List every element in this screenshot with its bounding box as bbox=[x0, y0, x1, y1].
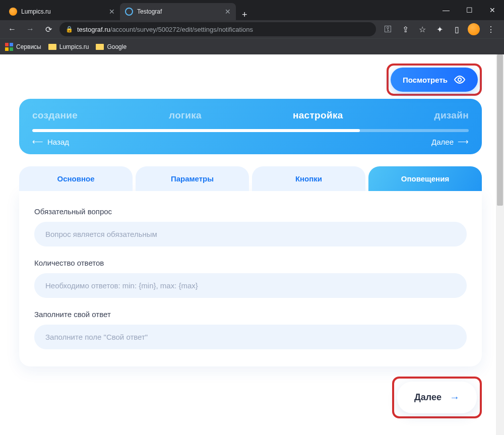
tab-title: Lumpics.ru bbox=[21, 8, 106, 15]
step-settings[interactable]: настройка bbox=[293, 110, 343, 121]
back-link[interactable]: ⟵ Назад bbox=[32, 137, 69, 146]
browser-tab-1[interactable]: Testograf ✕ bbox=[120, 3, 236, 20]
tab-buttons[interactable]: Кнопки bbox=[252, 166, 365, 191]
highlight-annotation: Посмотреть bbox=[387, 64, 482, 96]
arrow-right-icon: ⟶ bbox=[458, 137, 469, 146]
field-own-answer: Заполните свой ответ Заполните поле "Сво… bbox=[34, 310, 467, 349]
forward-button[interactable]: → bbox=[23, 22, 37, 36]
profile-button[interactable] bbox=[466, 22, 482, 36]
titlebar: Lumpics.ru ✕ Testograf ✕ + — ☐ ✕ bbox=[0, 0, 504, 20]
tab-notifications[interactable]: Оповещения bbox=[368, 166, 482, 191]
maximize-button[interactable]: ☐ bbox=[458, 0, 481, 20]
field-answers-count: Количество ответов Необходимо ответов: m… bbox=[34, 259, 467, 298]
settings-panel: Обязательный вопрос Вопрос является обяз… bbox=[19, 191, 482, 366]
close-icon[interactable]: ✕ bbox=[225, 8, 231, 16]
bookmark-services[interactable]: Сервисы bbox=[5, 43, 41, 51]
step-logic[interactable]: логика bbox=[169, 110, 202, 121]
folder-icon bbox=[96, 44, 104, 50]
next-link[interactable]: Далее ⟶ bbox=[431, 137, 469, 146]
step-creation[interactable]: создание bbox=[32, 110, 78, 121]
url-path: /account/survey/500272/edit/settings/not… bbox=[110, 26, 253, 33]
star-icon[interactable]: ☆ bbox=[414, 22, 430, 36]
field-input-own[interactable]: Заполните поле "Свой ответ" bbox=[34, 325, 467, 349]
menu-icon[interactable]: ⋮ bbox=[483, 22, 499, 36]
field-required: Обязательный вопрос Вопрос является обяз… bbox=[34, 207, 467, 246]
field-label: Заполните свой ответ bbox=[34, 310, 467, 319]
preview-button[interactable]: Посмотреть bbox=[391, 68, 478, 92]
next-button[interactable]: Далее → bbox=[397, 382, 477, 413]
url-field[interactable]: 🔒 testograf.ru/account/survey/500272/edi… bbox=[59, 22, 376, 36]
preview-button-label: Посмотреть bbox=[403, 76, 448, 84]
step-design[interactable]: дизайн bbox=[434, 110, 469, 121]
lock-icon: 🔒 bbox=[66, 26, 73, 33]
field-input-answers[interactable]: Необходимо ответов: min: {min}, max: {ma… bbox=[34, 273, 467, 298]
tab-main[interactable]: Основное bbox=[19, 166, 133, 191]
tab-params[interactable]: Параметры bbox=[136, 166, 249, 191]
minimize-button[interactable]: — bbox=[434, 0, 458, 20]
page-content: Посмотреть создание логика настройка диз… bbox=[0, 54, 496, 435]
field-label: Количество ответов bbox=[34, 259, 467, 267]
svg-point-0 bbox=[458, 78, 461, 81]
steps-card: создание логика настройка дизайн ⟵ Назад… bbox=[19, 99, 482, 154]
grid-icon bbox=[5, 43, 13, 51]
field-label: Обязательный вопрос bbox=[34, 207, 467, 216]
arrow-right-icon: → bbox=[450, 392, 460, 403]
avatar bbox=[468, 23, 480, 35]
reading-list-icon[interactable]: ▯ bbox=[449, 22, 465, 36]
bookmark-lumpics[interactable]: Lumpics.ru bbox=[48, 43, 89, 50]
address-bar: ← → ⟳ 🔒 testograf.ru/account/survey/5002… bbox=[0, 20, 504, 38]
eye-icon bbox=[454, 74, 466, 85]
folder-icon bbox=[48, 44, 56, 50]
favicon-lumpics bbox=[9, 8, 17, 16]
progress-bar bbox=[32, 129, 469, 132]
extensions-icon[interactable]: ✦ bbox=[431, 22, 448, 36]
close-icon[interactable]: ✕ bbox=[109, 8, 115, 16]
progress-fill bbox=[32, 129, 360, 132]
field-input-required[interactable]: Вопрос является обязательным bbox=[34, 222, 467, 246]
bookmark-google[interactable]: Google bbox=[96, 43, 127, 50]
next-button-label: Далее bbox=[414, 392, 442, 403]
settings-tabs: Основное Параметры Кнопки Оповещения bbox=[19, 166, 482, 191]
highlight-annotation: Далее → bbox=[392, 377, 482, 418]
arrow-left-icon: ⟵ bbox=[32, 137, 43, 146]
url-domain: testograf.ru bbox=[77, 26, 110, 33]
favicon-testograf bbox=[125, 8, 133, 16]
new-tab-button[interactable]: + bbox=[236, 10, 254, 20]
tab-title: Testograf bbox=[137, 8, 222, 15]
key-icon[interactable]: ⚿ bbox=[380, 22, 396, 36]
viewport: Посмотреть создание логика настройка диз… bbox=[0, 54, 504, 435]
scrollbar[interactable] bbox=[496, 54, 504, 435]
scrollbar-thumb[interactable] bbox=[497, 54, 503, 206]
window-controls: — ☐ ✕ bbox=[434, 0, 504, 20]
reload-button[interactable]: ⟳ bbox=[41, 22, 55, 36]
close-window-button[interactable]: ✕ bbox=[481, 0, 504, 20]
back-button[interactable]: ← bbox=[5, 22, 19, 36]
bookmarks-bar: Сервисы Lumpics.ru Google bbox=[0, 38, 504, 54]
browser-tab-0[interactable]: Lumpics.ru ✕ bbox=[4, 3, 120, 20]
share-icon[interactable]: ⇪ bbox=[397, 22, 413, 36]
